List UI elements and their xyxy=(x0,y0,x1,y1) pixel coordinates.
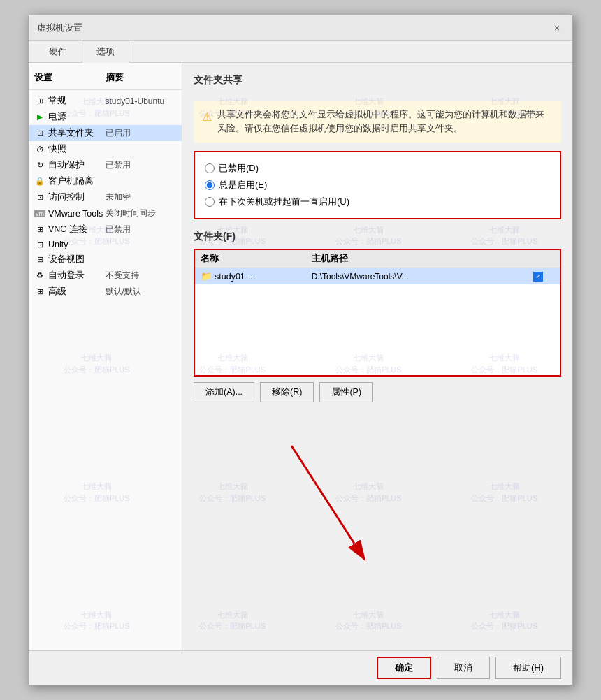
power-icon: ▶ xyxy=(34,112,45,122)
general-value: study01-Ubuntu xyxy=(106,96,177,106)
tab-bar: 硬件 选项 xyxy=(29,41,572,63)
tab-options[interactable]: 选项 xyxy=(82,41,129,63)
folder-row-name: study01-... xyxy=(215,272,255,282)
radio-suspend-input[interactable] xyxy=(205,197,215,207)
advanced-icon: ⊞ xyxy=(34,287,45,296)
radio-always-input[interactable] xyxy=(205,180,215,190)
cancel-button[interactable]: 取消 xyxy=(437,657,490,679)
arrow-svg xyxy=(249,425,389,564)
vmtools-value: 关闭时间同步 xyxy=(106,207,177,219)
sharing-options-box: 已禁用(D) 总是启用(E) 在下次关机或挂起前一直启用(U) xyxy=(194,151,561,219)
title-bar: 虚拟机设置 × xyxy=(29,15,572,41)
folder-icon: 📁 xyxy=(201,271,212,282)
unity-icon: ⊡ xyxy=(34,240,45,249)
ok-button[interactable]: 确定 xyxy=(377,657,431,679)
devices-icon: ⊟ xyxy=(34,255,45,264)
isolation-icon: 🔒 xyxy=(34,177,45,186)
unity-label: Unity xyxy=(48,240,68,249)
sidebar-item-vmware-tools[interactable]: vm VMware Tools 关闭时间同步 xyxy=(29,205,182,221)
autologin-label: 自动登录 xyxy=(48,270,85,282)
sidebar-item-autoprotect[interactable]: ↻ 自动保护 已禁用 xyxy=(29,157,182,173)
content-area: 设置 摘要 ⊞ 常规 study01-Ubuntu ▶ 电源 xyxy=(29,63,572,650)
svg-line-1 xyxy=(291,446,354,544)
folder-row-path: D:\Tools\VMwareTools\V... xyxy=(312,272,533,282)
devices-label: 设备视图 xyxy=(48,254,85,265)
sidebar-item-advanced[interactable]: ⊞ 高级 默认/默认 xyxy=(29,284,182,300)
autologin-value: 不受支持 xyxy=(106,270,177,282)
access-value: 未加密 xyxy=(106,191,177,203)
radio-disabled-label: 已禁用(D) xyxy=(219,162,259,175)
bottom-bar: 确定 取消 帮助(H) xyxy=(29,650,572,685)
sidebar-item-general[interactable]: ⊞ 常规 study01-Ubuntu xyxy=(29,93,182,109)
header-col1: 设置 xyxy=(34,71,106,84)
autologin-icon: ♻ xyxy=(34,271,45,280)
col-path: 主机路径 xyxy=(312,253,533,265)
folder-row-1[interactable]: 📁 study01-... D:\Tools\VMwareTools\V... … xyxy=(195,268,560,284)
close-button[interactable]: × xyxy=(550,21,564,35)
sidebar-item-power[interactable]: ▶ 电源 xyxy=(29,109,182,125)
advanced-label: 高级 xyxy=(48,286,66,298)
radio-always-label: 总是启用(E) xyxy=(219,179,267,191)
vmtools-label: VMware Tools xyxy=(48,209,103,219)
folder-empty-area xyxy=(195,284,560,375)
general-label: 常规 xyxy=(48,95,66,107)
snapshot-icon: ⏱ xyxy=(34,145,45,154)
snapshot-label: 快照 xyxy=(48,143,66,155)
left-panel-header: 设置 摘要 xyxy=(29,68,182,90)
autoprotect-icon: ↻ xyxy=(34,161,45,170)
autoprotect-label: 自动保护 xyxy=(48,159,85,171)
warning-box: ⚠ 共享文件夹会将您的文件显示给虚拟机中的程序。这可能为您的计算机和数据带来风险… xyxy=(194,101,561,143)
tab-hardware[interactable]: 硬件 xyxy=(34,41,82,63)
autoprotect-value: 已禁用 xyxy=(106,159,177,171)
sidebar-item-vnc[interactable]: ⊞ VNC 连接 已禁用 xyxy=(29,221,182,238)
sidebar-item-snapshot[interactable]: ⏱ 快照 xyxy=(29,141,182,157)
sidebar-item-isolation[interactable]: 🔒 客户机隔离 xyxy=(29,173,182,189)
folder-section: 文件夹(F) 名称 主机路径 📁 study01-... D:\Tools\VM… xyxy=(194,231,561,402)
help-button[interactable]: 帮助(H) xyxy=(495,657,561,679)
radio-disabled[interactable]: 已禁用(D) xyxy=(205,162,550,175)
folder-name-cell: 📁 study01-... xyxy=(201,271,312,282)
warning-text: 共享文件夹会将您的文件显示给虚拟机中的程序。这可能为您的计算机和数据带来风险。请… xyxy=(217,108,553,136)
header-col2: 摘要 xyxy=(106,71,177,84)
col-name: 名称 xyxy=(201,253,312,265)
folder-row-checkbox[interactable]: ✓ xyxy=(533,272,543,282)
shared-folder-label: 共享文件夹 xyxy=(48,127,94,139)
shared-folder-value: 已启用 xyxy=(106,127,177,139)
folder-section-title: 文件夹(F) xyxy=(194,231,561,243)
general-icon: ⊞ xyxy=(34,96,45,105)
access-label: 访问控制 xyxy=(48,191,85,203)
radio-always[interactable]: 总是启用(E) xyxy=(205,179,550,191)
col-check xyxy=(533,253,554,265)
properties-button[interactable]: 属性(P) xyxy=(319,382,373,402)
folder-table-header: 名称 主机路径 xyxy=(195,250,560,268)
power-label: 电源 xyxy=(48,111,66,123)
advanced-value: 默认/默认 xyxy=(106,286,177,298)
right-panel: 文件夹共享 ⚠ 共享文件夹会将您的文件显示给虚拟机中的程序。这可能为您的计算机和… xyxy=(182,63,572,650)
sidebar-item-autologin[interactable]: ♻ 自动登录 不受支持 xyxy=(29,268,182,284)
arrow-area xyxy=(194,411,561,639)
radio-suspend-label: 在下次关机或挂起前一直启用(U) xyxy=(219,196,349,208)
add-button[interactable]: 添加(A)... xyxy=(194,382,254,402)
folder-buttons: 添加(A)... 移除(R) 属性(P) xyxy=(194,382,561,402)
vnc-value: 已禁用 xyxy=(106,224,177,235)
left-panel: 设置 摘要 ⊞ 常规 study01-Ubuntu ▶ 电源 xyxy=(29,63,182,650)
vnc-label: VNC 连接 xyxy=(48,224,87,235)
dialog-title: 虚拟机设置 xyxy=(37,22,82,34)
vnc-icon: ⊞ xyxy=(34,225,45,234)
shared-folder-icon: ⊡ xyxy=(34,129,45,138)
vmtools-icon: vm xyxy=(34,210,45,217)
radio-group-sharing: 已禁用(D) 总是启用(E) 在下次关机或挂起前一直启用(U) xyxy=(205,159,550,211)
access-icon: ⊡ xyxy=(34,193,45,202)
folder-box: 名称 主机路径 📁 study01-... D:\Tools\VMwareToo… xyxy=(194,249,561,377)
radio-until-suspend[interactable]: 在下次关机或挂起前一直启用(U) xyxy=(205,196,550,208)
sidebar-item-unity[interactable]: ⊡ Unity xyxy=(29,238,182,251)
sidebar-item-access-control[interactable]: ⊡ 访问控制 未加密 xyxy=(29,189,182,205)
section-title: 文件夹共享 xyxy=(194,74,561,87)
vm-settings-dialog: 虚拟机设置 × 硬件 选项 七维大脑公众号：肥猫PLUS 七维大脑公众号：肥猫P… xyxy=(28,15,573,685)
sidebar-item-devices[interactable]: ⊟ 设备视图 xyxy=(29,251,182,268)
sidebar-item-shared-folders[interactable]: ⊡ 共享文件夹 已启用 xyxy=(29,125,182,141)
remove-button[interactable]: 移除(R) xyxy=(260,382,314,402)
radio-disabled-input[interactable] xyxy=(205,163,215,173)
isolation-label: 客户机隔离 xyxy=(48,175,94,187)
warning-icon: ⚠ xyxy=(202,108,212,136)
